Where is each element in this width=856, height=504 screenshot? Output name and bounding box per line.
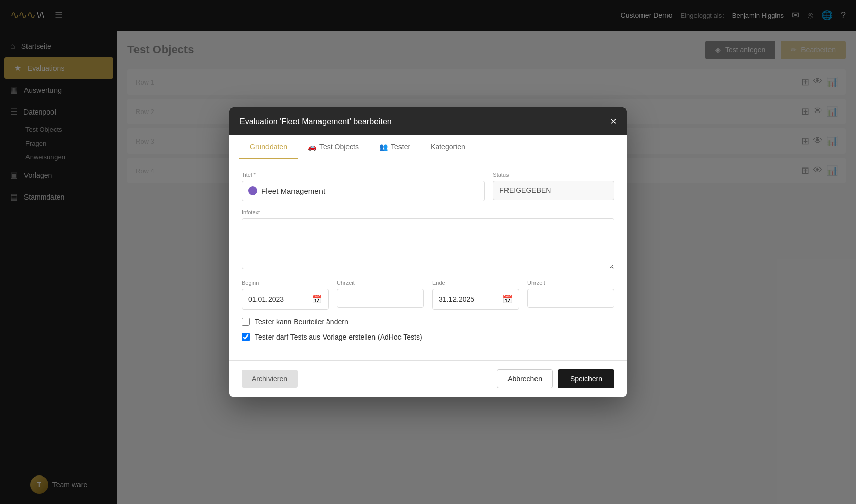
purple-dot-icon bbox=[248, 186, 257, 195]
status-label: Status bbox=[493, 172, 614, 178]
ende-label: Ende bbox=[432, 279, 519, 286]
beginn-uhrzeit-label: Uhrzeit bbox=[337, 279, 424, 286]
tester-vorlage-label: Tester darf Tests aus Vorlage erstellen … bbox=[255, 333, 422, 341]
beginn-uhrzeit-field bbox=[337, 289, 424, 308]
ende-uhrzeit-input[interactable] bbox=[534, 294, 608, 302]
titel-input[interactable] bbox=[261, 187, 478, 195]
ende-input[interactable] bbox=[439, 295, 502, 303]
archivieren-button[interactable]: Archivieren bbox=[242, 370, 298, 388]
textarea-wrapper: ⌟ bbox=[242, 218, 614, 271]
form-group-titel: Titel * bbox=[242, 172, 485, 201]
tester-beurteiler-checkbox[interactable] bbox=[242, 318, 250, 326]
beginn-uhrzeit-input[interactable] bbox=[343, 294, 417, 302]
titel-label: Titel * bbox=[242, 172, 485, 178]
status-input bbox=[493, 181, 614, 200]
form-group-beginn: Beginn 📅 bbox=[242, 279, 329, 310]
form-row-infotext: Infotext ⌟ bbox=[242, 209, 614, 271]
title-field-wrapper bbox=[242, 181, 485, 201]
people-icon: 👥 bbox=[379, 143, 388, 151]
modal-tabs: Grunddaten 🚗 Test Objects 👥 Tester Kateg… bbox=[229, 135, 627, 159]
checkbox-row-1: Tester kann Beurteiler ändern bbox=[242, 318, 614, 326]
tab-grunddaten[interactable]: Grunddaten bbox=[239, 135, 298, 159]
beginn-input[interactable] bbox=[248, 295, 312, 303]
modal-close-button[interactable]: × bbox=[610, 116, 617, 127]
ende-field: 📅 bbox=[432, 289, 519, 310]
ende-uhrzeit-label: Uhrzeit bbox=[527, 279, 614, 286]
modal-overlay: Evaluation 'Fleet Management' bearbeiten… bbox=[0, 0, 856, 504]
infotext-textarea[interactable] bbox=[242, 218, 614, 269]
tab-kategorien[interactable]: Kategorien bbox=[420, 135, 475, 159]
form-group-beginn-uhrzeit: Uhrzeit bbox=[337, 279, 424, 310]
modal-body: Titel * Status Infotext ⌟ bbox=[229, 159, 627, 360]
checkbox-row-2: Tester darf Tests aus Vorlage erstellen … bbox=[242, 333, 614, 341]
resize-handle-icon: ⌟ bbox=[609, 262, 612, 269]
speichern-button[interactable]: Speichern bbox=[558, 369, 614, 388]
edit-modal: Evaluation 'Fleet Management' bearbeiten… bbox=[229, 107, 627, 397]
ende-uhrzeit-field bbox=[527, 289, 614, 308]
car-icon: 🚗 bbox=[308, 143, 316, 151]
form-group-status: Status bbox=[493, 172, 614, 201]
form-row-title: Titel * Status bbox=[242, 172, 614, 201]
modal-header: Evaluation 'Fleet Management' bearbeiten… bbox=[229, 107, 627, 135]
form-group-ende: Ende 📅 bbox=[432, 279, 519, 310]
tab-grunddaten-label: Grunddaten bbox=[250, 143, 287, 151]
tab-tester[interactable]: 👥 Tester bbox=[369, 135, 420, 159]
modal-title: Evaluation 'Fleet Management' bearbeiten bbox=[239, 117, 392, 126]
tester-beurteiler-label: Tester kann Beurteiler ändern bbox=[255, 318, 349, 326]
tab-test-objects-label: Test Objects bbox=[319, 143, 359, 151]
modal-title-text: Evaluation 'Fleet Management' bearbeiten bbox=[239, 117, 392, 126]
footer-right: Abbrechen Speichern bbox=[497, 369, 614, 388]
form-row-dates: Beginn 📅 Uhrzeit Ende 📅 bbox=[242, 279, 614, 310]
calendar-icon-ende[interactable]: 📅 bbox=[502, 294, 513, 304]
beginn-field: 📅 bbox=[242, 289, 329, 310]
tab-tester-label: Tester bbox=[391, 143, 410, 151]
form-group-ende-uhrzeit: Uhrzeit bbox=[527, 279, 614, 310]
form-group-infotext: Infotext ⌟ bbox=[242, 209, 614, 271]
tester-vorlage-checkbox[interactable] bbox=[242, 333, 250, 341]
modal-footer: Archivieren Abbrechen Speichern bbox=[229, 360, 627, 397]
infotext-label: Infotext bbox=[242, 209, 614, 215]
beginn-label: Beginn bbox=[242, 279, 329, 286]
abbrechen-button[interactable]: Abbrechen bbox=[497, 369, 553, 388]
calendar-icon-beginn[interactable]: 📅 bbox=[312, 294, 322, 304]
tab-kategorien-label: Kategorien bbox=[431, 143, 465, 151]
tab-test-objects[interactable]: 🚗 Test Objects bbox=[298, 135, 369, 159]
